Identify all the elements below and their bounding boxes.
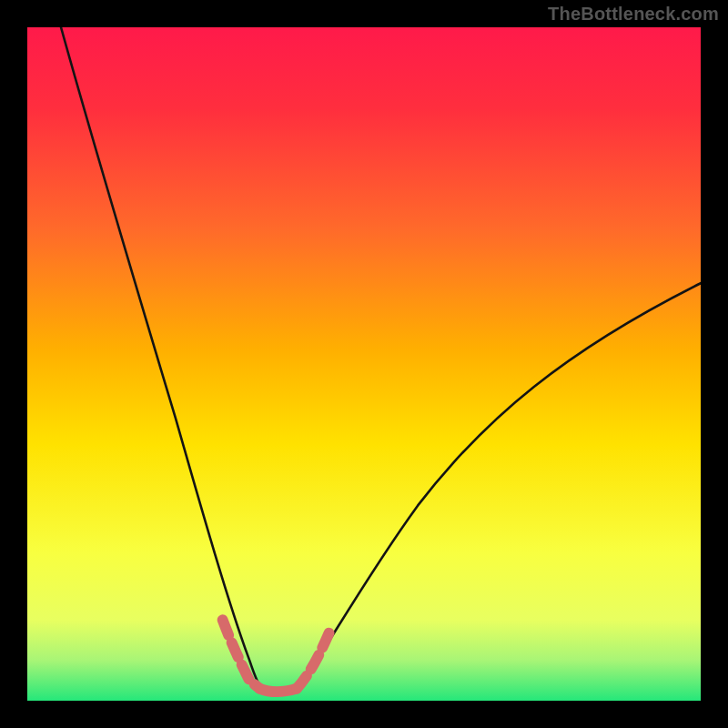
curve-right-branch	[297, 283, 701, 691]
watermark-text: TheBottleneck.com	[548, 4, 719, 25]
marker-right-exit	[297, 630, 330, 688]
marker-left-entry	[223, 620, 260, 688]
curve-left-branch	[61, 27, 263, 691]
plot-area	[27, 27, 701, 701]
curve-layer	[27, 27, 701, 701]
chart-frame: TheBottleneck.com	[0, 0, 728, 728]
marker-floor	[259, 689, 297, 692]
